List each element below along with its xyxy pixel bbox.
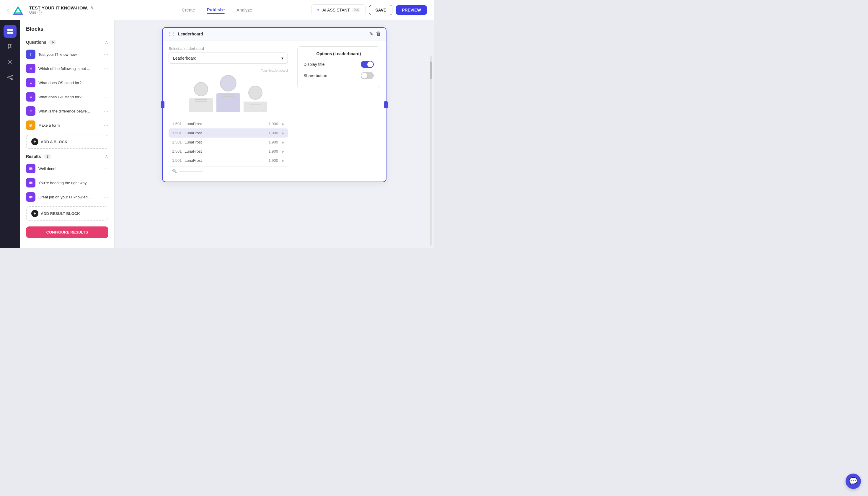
svg-rect-3 [10, 29, 13, 31]
card-top-bar: ⋮⋮ Leaderboard ✎ 🗑 [163, 28, 386, 41]
block-more-r2[interactable]: ··· [104, 180, 108, 186]
blocks-panel: Blocks Questions 6 ∧ T Test your IT know… [20, 20, 114, 248]
block-item-q5[interactable]: ≡ What is the difference betwe... ··· [20, 104, 114, 118]
questions-count: 6 [49, 40, 57, 45]
block-more-q5[interactable]: ··· [104, 108, 108, 114]
back-button[interactable]: ‹ [7, 6, 9, 13]
block-item-r1[interactable]: Well done! ··· [20, 161, 114, 176]
block-item-q1[interactable]: T Test your IT know-how ··· [20, 47, 114, 61]
lb-arrow-4: ▶ [282, 158, 284, 163]
questions-section-header[interactable]: Questions 6 ∧ [20, 37, 114, 47]
edit-title-icon[interactable]: ✎ [90, 5, 94, 10]
share-button-toggle[interactable] [361, 72, 374, 79]
block-more-q3[interactable]: ··· [104, 80, 108, 86]
display-title-toggle[interactable] [361, 61, 374, 68]
sidebar-icon-share[interactable] [3, 71, 17, 84]
sidebar-icon-settings[interactable] [3, 56, 17, 68]
lb-name-4: LunaFrost [185, 158, 260, 163]
title-block: TEST YOUR IT KNOW-HOW. ✎ Quiz i [29, 5, 94, 14]
sidebar-icon-grid[interactable] [3, 25, 17, 38]
podium-avatar-1 [220, 75, 236, 92]
leaderboard-select[interactable]: Leaderboard ▾ [169, 52, 288, 64]
block-item-q4[interactable]: ≡ What does GB stand for? ··· [20, 90, 114, 104]
select-chevron-icon: ▾ [281, 56, 283, 61]
configure-results-button[interactable]: CONFIGURE RESULTS [26, 227, 108, 238]
resize-handle-right[interactable] [384, 101, 388, 108]
card-title: Leaderboard [178, 32, 203, 36]
add-result-button[interactable]: + ADD RESULT BLOCK [26, 206, 108, 220]
main-layout: Blocks Questions 6 ∧ T Test your IT know… [0, 20, 434, 248]
podium-avatar-3 [248, 86, 262, 100]
lb-rank-2: 1,501 [172, 140, 181, 144]
svg-point-9 [11, 79, 12, 80]
lb-name-1: LunaFrost [185, 131, 260, 135]
block-icon-q3: ≡ [26, 78, 35, 88]
lb-rank-0: 1,501 [172, 122, 181, 126]
block-more-q4[interactable]: ··· [104, 94, 108, 100]
lb-row-0: 1,501 LunaFrost 1,900 ▶ [169, 119, 288, 128]
lb-score-3: 1,900 [263, 149, 278, 154]
podium-base-3 [244, 102, 267, 112]
svg-rect-2 [7, 29, 10, 31]
edit-card-icon[interactable]: ✎ [369, 31, 373, 37]
preview-button[interactable]: PREVIEW [396, 5, 427, 15]
questions-chevron-icon: ∧ [105, 39, 108, 45]
lb-arrow-3: ▶ [282, 150, 284, 154]
nav-tabs: Create Publish* Analyze [182, 6, 252, 14]
block-item-r3[interactable]: Great job on your IT knowled... ··· [20, 190, 114, 204]
block-more-q2[interactable]: ··· [104, 65, 108, 72]
lb-name-2: LunaFrost [185, 140, 260, 144]
info-icon[interactable]: i [37, 10, 42, 14]
tab-publish[interactable]: Publish* [207, 6, 225, 14]
lb-arrow-1: ▶ [282, 131, 284, 135]
save-button[interactable]: SAVE [369, 5, 392, 15]
block-label-q5: What is the difference betwe... [38, 109, 101, 113]
sidebar-icon-flag[interactable] [3, 40, 17, 53]
your-leaderboard-label: Your leaderboard [169, 68, 288, 73]
scrollbar-thumb[interactable] [430, 61, 432, 79]
svg-point-8 [8, 77, 9, 78]
lb-row-2: 1,501 LunaFrost 1,900 ▶ [169, 138, 288, 147]
options-title: Options (Leaderboard) [304, 51, 374, 56]
block-label-q3: What does OS stand for? [38, 81, 101, 85]
lb-row-3: 1,501 LunaFrost 1,900 ▶ [169, 147, 288, 156]
resize-handle-left[interactable] [161, 101, 165, 108]
lb-score-0: 1,900 [263, 122, 278, 126]
block-item-q6[interactable]: ⊕ Make a form ··· [20, 118, 114, 132]
block-item-q3[interactable]: ≡ What does OS stand for? ··· [20, 76, 114, 90]
block-item-q2[interactable]: ≡ Which of the following is not ... ··· [20, 61, 114, 76]
block-more-r3[interactable]: ··· [104, 194, 108, 200]
display-title-label: Display title [304, 62, 325, 67]
tab-analyze[interactable]: Analyze [236, 6, 252, 14]
ai-assistant-button[interactable]: ✦ AI ASSISTANT ⌘K [311, 4, 366, 15]
svg-point-6 [9, 61, 11, 63]
lb-arrow-0: ▶ [282, 122, 284, 126]
delete-card-icon[interactable]: 🗑 [376, 31, 381, 37]
nav-right: ✦ AI ASSISTANT ⌘K SAVE PREVIEW [311, 4, 427, 15]
drag-handle-icon[interactable]: ⋮⋮ [167, 32, 176, 36]
results-section-header[interactable]: Results 3 ∧ [20, 151, 114, 161]
search-line [179, 171, 203, 172]
lb-arrow-2: ▶ [282, 140, 284, 144]
share-button-option: Share button [304, 72, 374, 79]
card-body: Select a leaderboard Leaderboard ▾ Your … [163, 41, 386, 182]
add-result-plus-icon: + [31, 210, 38, 217]
block-icon-q2: ≡ [26, 64, 35, 73]
block-more-q1[interactable]: ··· [104, 51, 108, 58]
block-more-r1[interactable]: ··· [104, 166, 108, 172]
svg-point-7 [11, 75, 12, 76]
questions-label: Questions [26, 40, 46, 45]
podium-base-1 [216, 93, 240, 112]
block-label-q2: Which of the following is not ... [38, 66, 101, 71]
block-item-r2[interactable]: You're heading the right way. ··· [20, 176, 114, 190]
lb-rank-1: 1,501 [172, 131, 181, 135]
svg-marker-1 [14, 7, 21, 13]
block-more-q6[interactable]: ··· [104, 122, 108, 128]
blocks-title: Blocks [20, 26, 114, 37]
block-label-q1: Test your IT know-how [38, 52, 101, 57]
publish-badge: * [223, 8, 225, 12]
block-icon-q6: ⊕ [26, 121, 35, 130]
add-block-button[interactable]: + ADD A BLOCK [26, 135, 108, 149]
tab-create[interactable]: Create [182, 6, 195, 14]
podium-third [244, 86, 267, 112]
